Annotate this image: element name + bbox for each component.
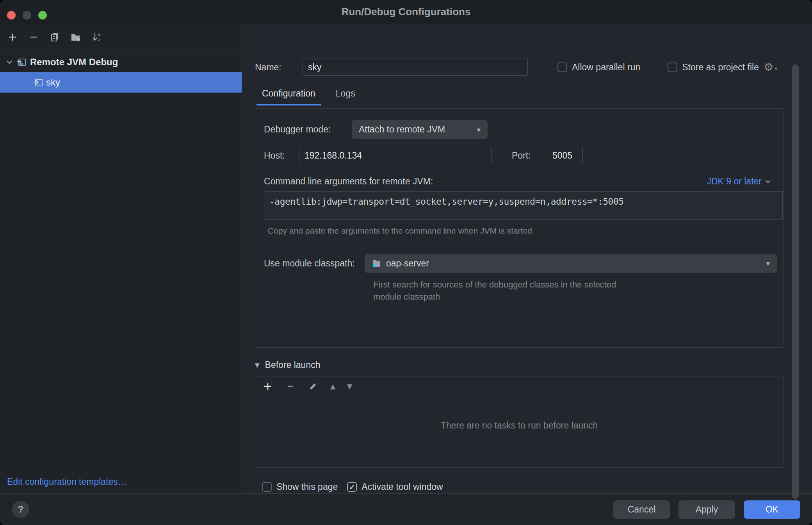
edit-task-icon[interactable] [308, 381, 319, 392]
host-label: Host: [264, 150, 299, 161]
name-input[interactable] [303, 59, 528, 76]
debugger-mode-row: Debugger mode: Attach to remote JVM ▾ [264, 120, 771, 139]
tab-configuration[interactable]: Configuration [256, 88, 321, 105]
store-options-gear-icon[interactable]: ⚙▾ [764, 62, 773, 73]
combo-caret-icon: ▾ [477, 125, 481, 134]
page-options-row: Show this page ✓ Activate tool window [262, 482, 784, 492]
vertical-scrollbar[interactable] [792, 64, 799, 499]
tree-item-sky[interactable]: sky [0, 72, 242, 93]
remove-configuration-icon[interactable] [28, 32, 39, 43]
activate-tool-window-label: Activate tool window [361, 482, 443, 492]
module-classpath-label: Use module classpath: [264, 258, 365, 269]
port-input[interactable] [547, 147, 583, 164]
add-configuration-icon[interactable] [7, 32, 18, 43]
store-as-project-file-label: Store as project file [682, 62, 759, 73]
show-this-page-label: Show this page [276, 482, 338, 492]
host-input[interactable] [299, 147, 491, 164]
name-label: Name: [255, 62, 303, 73]
host-port-row: Host: Port: [264, 147, 771, 164]
apply-button[interactable]: Apply [678, 500, 735, 519]
remove-task-icon[interactable] [285, 381, 296, 392]
jdk-version-select[interactable]: JDK 9 or later [707, 176, 771, 187]
activate-tool-window-checkbox[interactable]: ✓ [347, 482, 357, 492]
edit-configuration-templates-link[interactable]: Edit configuration templates… [0, 477, 242, 493]
svg-text:a: a [98, 32, 101, 37]
chevron-down-icon[interactable] [5, 58, 13, 66]
svg-text:z: z [98, 37, 100, 42]
collapse-triangle-icon[interactable]: ▼ [255, 362, 260, 369]
before-launch-title: Before launch [265, 360, 321, 370]
copy-configuration-icon[interactable] [49, 32, 60, 43]
module-classpath-value: oap-server [386, 258, 429, 269]
jdk-version-value: JDK 9 or later [707, 176, 762, 187]
before-launch-empty-text: There are no tasks to run before launch [255, 396, 783, 431]
gear-dropdown-caret-icon: ▾ [775, 63, 778, 74]
configuration-group-box: Debugger mode: Attach to remote JVM ▾ Ho… [255, 108, 784, 348]
dialog-footer: ? Cancel Apply OK [0, 493, 812, 525]
allow-parallel-run-checkbox[interactable] [557, 62, 567, 72]
before-launch-divider [328, 365, 784, 365]
tree-group-remote-jvm-debug[interactable]: Remote JVM Debug [0, 52, 242, 72]
module-classpath-row: Use module classpath: oap-server ▾ [264, 254, 771, 273]
minimize-window-button[interactable] [23, 11, 31, 20]
show-this-page-checkbox[interactable] [262, 482, 272, 492]
remote-jvm-debug-icon [16, 57, 27, 68]
configuration-editor-panel: Name: Allow parallel run Store as projec… [242, 24, 812, 493]
module-classpath-hint: First search for sources of the debugged… [373, 279, 771, 303]
run-debug-configurations-dialog: Run/Debug Configurations [0, 0, 812, 525]
window-controls [7, 11, 47, 20]
sidebar-spacer [0, 93, 242, 477]
allow-parallel-run-label: Allow parallel run [572, 62, 640, 73]
sidebar-toolbar: a z [0, 24, 242, 50]
add-task-icon[interactable] [262, 381, 273, 392]
zoom-window-button[interactable] [38, 11, 47, 20]
chevron-down-icon [765, 178, 771, 185]
configurations-sidebar: a z Re [0, 24, 242, 493]
before-launch-toolbar: ▲ ▼ [255, 377, 783, 396]
tree-item-label: sky [46, 77, 60, 88]
remote-jvm-debug-icon [33, 77, 44, 88]
cmdline-label-row: Command line arguments for remote JVM: J… [264, 176, 771, 187]
footer-buttons: Cancel Apply OK [613, 500, 800, 519]
before-launch-box: ▲ ▼ There are no tasks to run before lau… [255, 377, 784, 468]
configurations-tree: Remote JVM Debug sky [0, 50, 242, 93]
debugger-mode-select[interactable]: Attach to remote JVM ▾ [352, 120, 488, 139]
move-task-down-icon[interactable]: ▼ [347, 382, 352, 390]
store-as-project-file-checkbox[interactable] [668, 62, 677, 72]
cmdline-label: Command line arguments for remote JVM: [264, 176, 433, 187]
tree-group-label: Remote JVM Debug [30, 57, 118, 68]
new-folder-icon[interactable] [70, 32, 81, 43]
close-window-button[interactable] [7, 11, 16, 20]
help-button[interactable]: ? [12, 501, 29, 518]
combo-caret-icon: ▾ [766, 259, 770, 268]
module-classpath-select[interactable]: oap-server ▾ [365, 254, 777, 273]
cancel-button[interactable]: Cancel [613, 500, 670, 519]
configuration-tabs: Configuration Logs [255, 88, 784, 105]
debugger-mode-value: Attach to remote JVM [359, 124, 445, 135]
before-launch-header[interactable]: ▼ Before launch [255, 360, 784, 370]
cmdline-hint: Copy and paste the arguments to the comm… [268, 226, 771, 236]
tab-logs[interactable]: Logs [330, 88, 361, 105]
move-task-up-icon[interactable]: ▲ [330, 382, 335, 390]
port-label: Port: [512, 150, 547, 161]
sort-configurations-icon[interactable]: a z [91, 32, 102, 43]
ok-button[interactable]: OK [744, 500, 800, 519]
dialog-body: a z Re [0, 24, 812, 493]
name-row: Name: Allow parallel run Store as projec… [255, 59, 784, 76]
module-icon [372, 259, 381, 268]
cmdline-arguments-field[interactable]: -agentlib:jdwp=transport=dt_socket,serve… [263, 191, 783, 220]
dialog-title: Run/Debug Configurations [342, 6, 471, 18]
title-bar: Run/Debug Configurations [0, 0, 812, 24]
debugger-mode-label: Debugger mode: [264, 124, 352, 135]
